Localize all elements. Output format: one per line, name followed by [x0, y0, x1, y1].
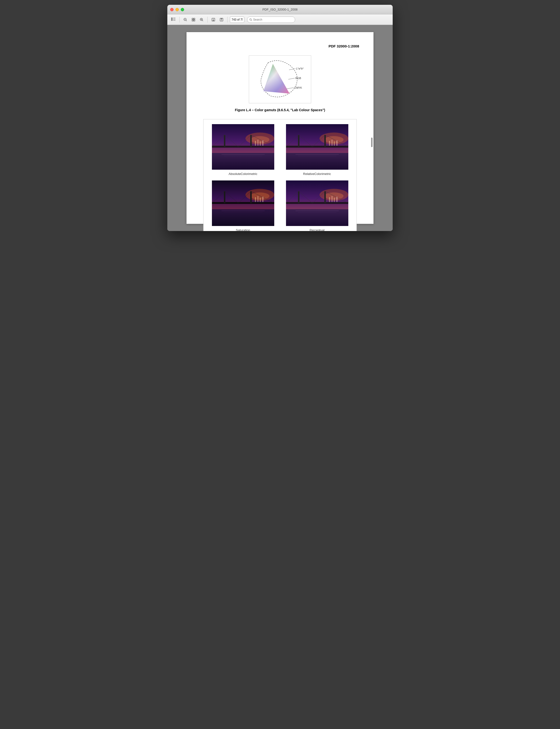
svg-rect-41	[222, 154, 265, 155]
pdf-page: PDF 32000-1:2008	[187, 32, 373, 224]
zoom-in-button[interactable]	[198, 17, 205, 23]
image-cell-perceptual: Perceptual	[282, 181, 352, 231]
svg-rect-73	[257, 196, 258, 202]
svg-rect-66	[224, 191, 225, 203]
perceptual-label: Perceptual	[309, 228, 324, 231]
svg-rect-37	[255, 141, 256, 146]
figure-l4-section: L*a*b* RGB CMYK Figure L.4 – Color gamut…	[201, 55, 359, 112]
share-button[interactable]	[218, 17, 225, 23]
svg-rect-49	[298, 135, 299, 147]
svg-rect-57	[334, 141, 335, 146]
maximize-button[interactable]	[181, 8, 184, 11]
svg-rect-72	[255, 197, 256, 202]
svg-rect-76	[222, 211, 265, 211]
bridge-image-perceptual	[286, 181, 348, 226]
svg-rect-48	[286, 146, 348, 148]
svg-rect-92	[336, 197, 338, 202]
svg-rect-1	[173, 18, 175, 18]
page-number-input[interactable]: 743 of 756	[230, 17, 244, 23]
sidebar-toggle-button[interactable]	[170, 17, 177, 23]
svg-rect-42	[224, 156, 262, 156]
search-bar[interactable]	[247, 17, 295, 23]
rgb-label: RGB	[295, 77, 301, 80]
relative-colorimetric-label: RelativeColorimetric	[303, 172, 331, 176]
sidebar-icon	[171, 18, 175, 22]
image-cell-saturation: Saturation	[208, 181, 278, 231]
svg-rect-3	[173, 20, 175, 21]
svg-rect-50	[324, 135, 326, 147]
fit-page-button[interactable]	[190, 17, 197, 23]
document-area: PDF 32000-1:2008	[167, 25, 393, 231]
search-input[interactable]	[253, 18, 293, 21]
svg-line-23	[289, 69, 296, 70]
svg-point-19	[250, 18, 251, 20]
svg-rect-40	[262, 140, 263, 146]
svg-rect-62	[212, 209, 274, 226]
svg-rect-56	[332, 140, 333, 146]
doc-header: PDF 32000-1:2008	[201, 44, 359, 48]
svg-rect-39	[260, 141, 261, 146]
separator-2	[207, 17, 208, 23]
color-gamut-svg: L*a*b* RGB CMYK	[249, 56, 311, 103]
svg-rect-91	[334, 198, 335, 202]
saturation-label: Saturation	[236, 228, 250, 231]
bridge-image-saturation	[212, 181, 274, 226]
svg-rect-55	[329, 141, 330, 146]
app-window: PDF_ISO_32000-1_2008	[167, 5, 393, 231]
window-title: PDF_ISO_32000-1_2008	[263, 8, 298, 11]
svg-rect-32	[250, 135, 252, 147]
svg-rect-84	[324, 191, 326, 203]
svg-rect-31	[224, 135, 225, 147]
rendering-intents-box: AbsoluteColorimetric	[203, 119, 357, 231]
svg-rect-9	[192, 20, 193, 21]
rendering-image-grid: AbsoluteColorimetric	[208, 124, 352, 231]
gamut-diagram-box: L*a*b* RGB CMYK	[249, 55, 311, 103]
svg-rect-58	[336, 140, 338, 146]
svg-rect-60	[298, 156, 336, 156]
zoom-out-button[interactable]	[182, 17, 189, 23]
bridge-image-absolute	[212, 124, 274, 170]
svg-rect-30	[212, 146, 274, 148]
bridge-image-relative	[286, 124, 348, 170]
cmyk-label: CMYK	[294, 86, 302, 89]
svg-rect-59	[296, 154, 339, 155]
lab-label: L*a*b*	[296, 67, 304, 70]
toolbar: 743 of 756	[167, 14, 393, 25]
svg-rect-83	[298, 191, 299, 203]
svg-line-20	[251, 20, 252, 21]
svg-rect-0	[171, 18, 173, 21]
separator-1	[179, 17, 180, 23]
svg-rect-90	[332, 196, 333, 202]
search-icon	[249, 18, 252, 21]
svg-rect-43	[226, 158, 260, 158]
scrollbar-thumb[interactable]	[371, 138, 373, 147]
svg-rect-74	[260, 198, 261, 202]
page-navigation: 743 of 756	[230, 17, 244, 23]
image-cell-absolute: AbsoluteColorimetric	[208, 124, 278, 176]
svg-rect-27	[212, 153, 274, 170]
save-button[interactable]	[210, 17, 217, 23]
svg-rect-45	[286, 153, 348, 170]
svg-rect-94	[298, 212, 336, 213]
svg-marker-22	[263, 64, 290, 94]
image-cell-relative: RelativeColorimetric	[282, 124, 352, 176]
figure-l5-section: AbsoluteColorimetric	[201, 119, 359, 231]
traffic-lights	[170, 8, 184, 11]
minimize-button[interactable]	[175, 8, 179, 11]
close-button[interactable]	[170, 8, 174, 11]
svg-rect-75	[262, 197, 263, 202]
svg-rect-2	[173, 19, 175, 19]
svg-rect-89	[329, 197, 330, 202]
svg-line-24	[288, 78, 295, 79]
svg-rect-67	[250, 191, 252, 203]
titlebar: PDF_ISO_32000-1_2008	[167, 5, 393, 14]
svg-rect-7	[192, 18, 193, 19]
svg-line-6	[186, 20, 187, 21]
svg-rect-65	[212, 202, 274, 204]
svg-rect-79	[286, 209, 348, 226]
absolute-colorimetric-label: AbsoluteColorimetric	[229, 172, 257, 176]
svg-rect-77	[224, 212, 262, 213]
svg-rect-10	[194, 20, 195, 21]
svg-rect-93	[296, 211, 339, 211]
svg-line-14	[202, 20, 203, 21]
